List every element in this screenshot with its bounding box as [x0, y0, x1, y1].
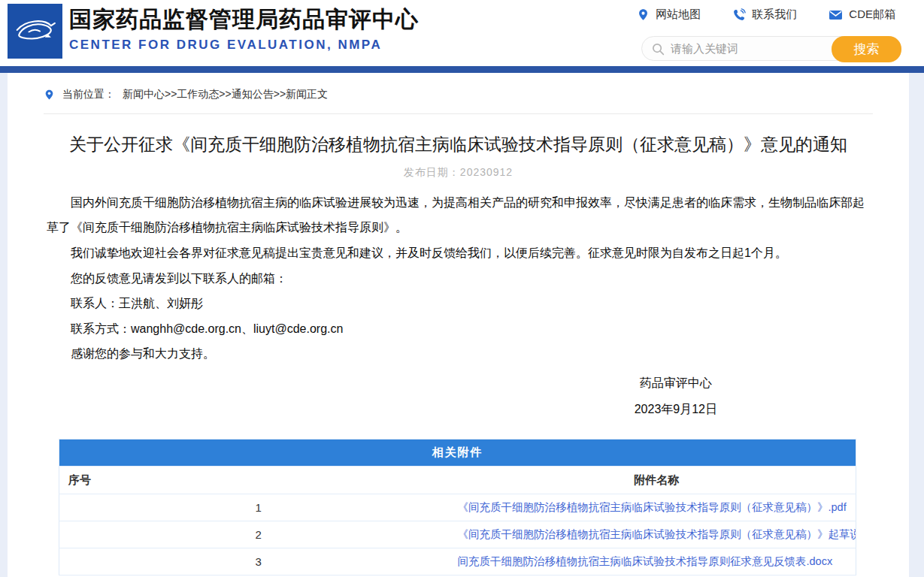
breadcrumb-prefix: 当前位置：	[62, 88, 115, 101]
table-row: 1 《间充质干细胞防治移植物抗宿主病临床试验技术指导原则（征求意见稿）》.pdf	[59, 494, 856, 521]
site-header: 国家药品监督管理局药品审评中心 CENTER FOR DRUG EVALUATI…	[0, 0, 924, 66]
contact-us-link[interactable]: 联系我们	[732, 8, 797, 22]
attachments-title-bar: 相关附件	[59, 440, 856, 467]
attachment-index: 3	[59, 548, 458, 575]
article-paragraph-contacts: 联系人：王洪航、刘妍彤	[47, 291, 865, 316]
breadcrumb-divider	[44, 113, 873, 114]
search-icon	[651, 42, 665, 56]
phone-icon	[732, 8, 746, 22]
location-pin-icon	[637, 8, 650, 22]
article-paragraph: 国内外间充质干细胞防治移植物抗宿主病的临床试验进展较为迅速，为提高相关产品的研究…	[47, 190, 865, 240]
contact-us-link-label: 联系我们	[752, 8, 797, 22]
attachment-index: 2	[59, 521, 458, 548]
article-paragraph-contact-emails: 联系方式：wanghh@cde.org.cn、liuyt@cde.org.cn	[47, 316, 865, 342]
breadcrumb-path[interactable]: 新闻中心>>工作动态>>通知公告>>新闻正文	[123, 88, 328, 101]
table-row: 2 《间充质干细胞防治移植物抗宿主病临床试验技术指导原则（征求意见稿）》起草说明…	[59, 521, 856, 548]
site-title-chinese: 国家药品监督管理局药品审评中心	[69, 5, 419, 35]
search-input[interactable]	[671, 38, 829, 59]
cde-mail-link-label: CDE邮箱	[849, 8, 895, 22]
attachment-index: 1	[59, 494, 458, 521]
swan-swoosh-icon	[13, 9, 58, 54]
site-title-english: CENTER FOR DRUG EVALUATION, NMPA	[69, 38, 382, 53]
cde-mail-link[interactable]: CDE邮箱	[829, 8, 895, 22]
envelope-icon	[829, 9, 843, 21]
article-body: 国内外间充质干细胞防治移植物抗宿主病的临床试验进展较为迅速，为提高相关产品的研究…	[8, 190, 909, 367]
attachment-link-pdf-guideline[interactable]: 《间充质干细胞防治移植物抗宿主病临床试验技术指导原则（征求意见稿）》.pdf	[458, 501, 847, 513]
main-content: 当前位置：新闻中心>>工作动态>>通知公告>>新闻正文 关于公开征求《间充质干细…	[8, 73, 909, 577]
article-paragraph: 您的反馈意见请发到以下联系人的邮箱：	[47, 266, 865, 292]
publish-date: 发布日期：20230912	[8, 166, 909, 180]
article-paragraph: 感谢您的参与和大力支持。	[47, 341, 865, 367]
header-quick-links: 网站地图 联系我们 CDE邮箱	[637, 8, 895, 22]
attachments-table: 相关附件 序号 附件名称 1 《间充质干细胞防治移植物抗宿主病临床试验技术指导原…	[59, 439, 856, 575]
location-pin-icon	[44, 88, 55, 101]
cde-logo[interactable]	[8, 4, 62, 59]
signature-date: 2023年9月12日	[635, 396, 717, 422]
article-title: 关于公开征求《间充质干细胞防治移植物抗宿主病临床试验技术指导原则（征求意见稿）》…	[60, 131, 856, 159]
breadcrumb: 当前位置：新闻中心>>工作动态>>通知公告>>新闻正文	[8, 73, 909, 109]
top-navbar	[0, 66, 924, 73]
signature-block: 药品审评中心 2023年9月12日	[635, 370, 717, 422]
sitemap-link[interactable]: 网站地图	[637, 8, 701, 22]
attachments-col-index: 序号	[59, 467, 458, 494]
table-row: 3 间充质干细胞防治移植物抗宿主病临床试验技术指导原则征求意见反馈表.docx	[59, 548, 856, 575]
attachment-link-docx-feedback-form[interactable]: 间充质干细胞防治移植物抗宿主病临床试验技术指导原则征求意见反馈表.docx	[458, 555, 833, 567]
attachment-link-pdf-drafting-notes[interactable]: 《间充质干细胞防治移植物抗宿主病临床试验技术指导原则（征求意见稿）》起草说明.p…	[458, 528, 856, 540]
article-paragraph: 我们诚挚地欢迎社会各界对征求意见稿提出宝贵意见和建议，并及时反馈给我们，以便后续…	[47, 240, 865, 266]
search-bar: 搜索	[641, 36, 901, 61]
search-button[interactable]: 搜索	[832, 36, 901, 62]
attachments-col-name: 附件名称	[458, 467, 856, 494]
sitemap-link-label: 网站地图	[656, 8, 701, 22]
signature-org: 药品审评中心	[635, 370, 717, 396]
